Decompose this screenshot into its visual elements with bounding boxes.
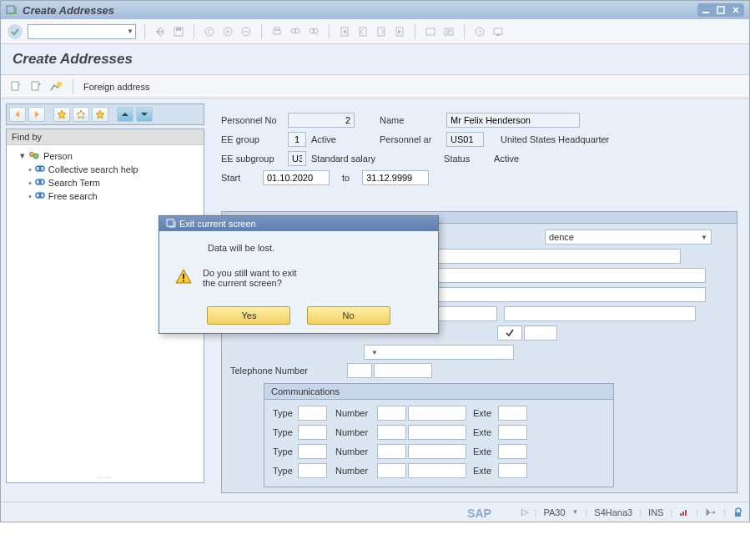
foreign-address-label[interactable]: Foreign address: [83, 82, 150, 92]
next-page-icon[interactable]: [375, 25, 388, 38]
splitter-handle[interactable]: ⋯⋯: [7, 474, 204, 482]
to-label: to: [342, 173, 350, 183]
svg-text:?: ?: [478, 28, 482, 36]
ee-subgroup-label: EE subgroup: [221, 154, 288, 164]
main-toolbar: ?: [1, 19, 749, 44]
comm-ext-0[interactable]: [498, 406, 527, 421]
ee-group-text: Active: [311, 134, 355, 144]
layout-icon[interactable]: [491, 25, 505, 38]
comm-num-0b[interactable]: [408, 406, 466, 421]
comm-type-0[interactable]: [298, 406, 327, 421]
menu-icon[interactable]: [6, 4, 18, 16]
prev-page-icon[interactable]: [356, 25, 370, 38]
svg-point-5: [205, 28, 214, 36]
enter-button[interactable]: [8, 24, 23, 39]
fav-1[interactable]: [73, 107, 89, 122]
save-icon[interactable]: [172, 25, 185, 38]
addr-line1[interactable]: [414, 249, 681, 264]
comm-num-1b[interactable]: [408, 425, 466, 440]
country-dropdown[interactable]: [364, 345, 514, 360]
copy-icon[interactable]: [29, 80, 43, 93]
dialog-line2: Do you still want to exit: [203, 268, 297, 278]
type-label: Type: [273, 408, 298, 418]
tree-item-label: Collective search help: [48, 164, 138, 174]
comm-num-1a[interactable]: [377, 425, 406, 440]
status-signal-icon[interactable]: [679, 507, 689, 517]
fav-2[interactable]: [92, 107, 108, 122]
comm-type-1[interactable]: [298, 425, 327, 440]
telephone-label: Telephone Number: [230, 366, 347, 376]
exit-icon[interactable]: [221, 25, 234, 38]
to-field[interactable]: [362, 170, 429, 185]
addr-field-c[interactable]: [524, 325, 557, 341]
fav-add[interactable]: [53, 107, 70, 122]
exte-label: Exte: [473, 466, 498, 476]
overview-icon[interactable]: [49, 80, 63, 93]
comm-num-2b[interactable]: [408, 444, 466, 459]
svg-rect-2: [717, 7, 724, 13]
last-page-icon[interactable]: [393, 25, 406, 38]
find-next-icon[interactable]: [307, 25, 320, 38]
dialog-titlebar: Exit current screen: [159, 216, 438, 231]
personnel-no-field[interactable]: [288, 113, 355, 128]
type-label: Type: [273, 446, 298, 457]
comm-num-0a[interactable]: [377, 406, 406, 421]
svg-rect-9: [274, 28, 279, 30]
expand-icon[interactable]: [117, 107, 133, 122]
tel-number[interactable]: [374, 363, 432, 378]
yes-button[interactable]: Yes: [207, 306, 290, 325]
checkbox[interactable]: [497, 325, 522, 341]
comm-num-2a[interactable]: [377, 444, 406, 459]
shortcut-icon[interactable]: [442, 25, 456, 38]
new-icon[interactable]: [9, 80, 23, 93]
number-label: Number: [335, 446, 377, 457]
status-arrow-icon[interactable]: ▷: [521, 507, 528, 517]
comm-ext-3[interactable]: [498, 463, 527, 478]
cancel-icon[interactable]: [239, 25, 253, 38]
addr-field-b[interactable]: [504, 306, 696, 321]
close-button[interactable]: [728, 4, 743, 16]
dialog-title: Exit current screen: [179, 219, 256, 229]
addr-line3[interactable]: [414, 287, 706, 302]
status-lock-icon[interactable]: [732, 507, 742, 517]
comm-type-2[interactable]: [298, 444, 327, 459]
maximize-button[interactable]: [713, 4, 728, 16]
help-icon[interactable]: ?: [473, 25, 486, 38]
tree-item-freesearch[interactable]: •Free search: [28, 189, 199, 203]
back-icon[interactable]: [203, 25, 216, 38]
tree-item-collective[interactable]: •Collective search help: [28, 163, 199, 176]
svg-rect-1: [702, 12, 709, 13]
tree-item-searchterm[interactable]: •Search Term: [28, 176, 199, 189]
status-abort-icon[interactable]: [705, 507, 717, 517]
first-page-icon[interactable]: [338, 25, 351, 38]
nav-next[interactable]: [28, 107, 45, 122]
minimize-button[interactable]: [698, 4, 713, 16]
no-button[interactable]: No: [307, 306, 390, 325]
find-icon[interactable]: [289, 25, 302, 38]
comm-num-3a[interactable]: [377, 463, 406, 478]
comm-num-3b[interactable]: [408, 463, 466, 478]
nav-prev[interactable]: [9, 107, 26, 122]
collapse-icon[interactable]: [136, 107, 153, 122]
svg-rect-18: [426, 28, 435, 35]
print-icon[interactable]: [270, 25, 284, 38]
personnel-ar-field: [446, 132, 484, 147]
new-session-icon[interactable]: [424, 25, 437, 38]
number-label: Number: [335, 408, 377, 418]
comm-ext-1[interactable]: [498, 425, 527, 440]
number-label: Number: [335, 466, 377, 476]
status-text: Active: [494, 154, 519, 164]
addr-line2[interactable]: [414, 268, 706, 283]
address-type-dropdown[interactable]: dence: [545, 230, 712, 245]
tel-prefix[interactable]: [347, 363, 372, 378]
comm-ext-2[interactable]: [498, 444, 527, 459]
titlebar: Create Addresses: [1, 1, 749, 19]
comm-type-3[interactable]: [298, 463, 327, 478]
nav-back-icon[interactable]: [154, 25, 167, 38]
start-field[interactable]: [263, 170, 330, 185]
exte-label: Exte: [473, 408, 498, 418]
svg-point-30: [39, 166, 44, 171]
svg-point-13: [313, 28, 318, 33]
command-field[interactable]: [28, 24, 136, 39]
tree-node-person[interactable]: ▾ Person: [20, 149, 199, 163]
